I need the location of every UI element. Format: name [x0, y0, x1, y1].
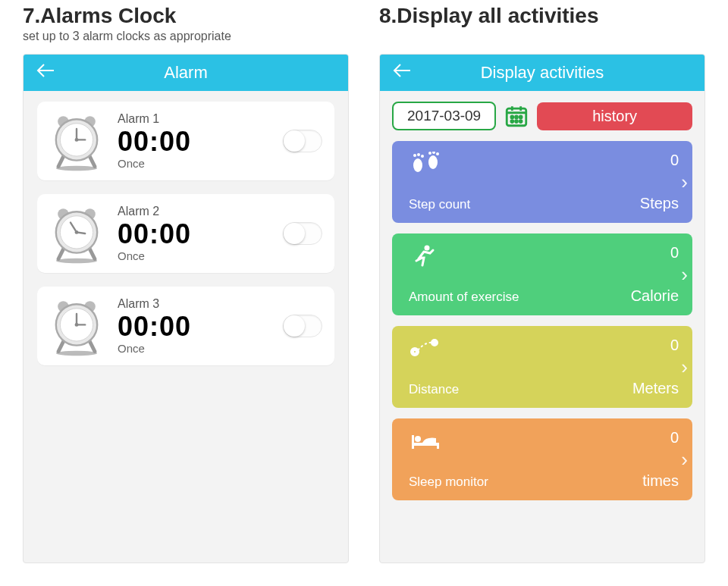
activity-card-sleep[interactable]: Sleep monitor 0 times › [392, 418, 692, 500]
column-alarms: 7.Alarms Clock set up to 3 alarm clocks … [23, 4, 349, 563]
svg-point-35 [428, 155, 438, 169]
alarm-freq: Once [118, 342, 272, 355]
activity-unit: times [642, 472, 679, 490]
svg-point-37 [432, 152, 435, 154]
alarm-info: Alarm 3 00:00 Once [118, 297, 272, 356]
activity-value: 0 [670, 337, 679, 354]
activity-label: Step count [409, 197, 470, 212]
alarm-appbar: Alarm [24, 55, 348, 91]
svg-point-26 [516, 116, 518, 118]
alarm-freq: Once [118, 157, 272, 170]
sleep-icon [409, 429, 442, 452]
alarm-freq: Once [118, 249, 272, 262]
svg-rect-44 [437, 443, 439, 449]
alarm-card[interactable]: Alarm 1 00:00 Once [37, 102, 334, 180]
activity-card-steps[interactable]: Step count 0 Steps › [392, 141, 692, 223]
appbar-title: Display activities [380, 63, 704, 83]
svg-rect-42 [412, 443, 439, 446]
activity-unit: Steps [640, 195, 679, 212]
alarm-info: Alarm 1 00:00 Once [118, 112, 272, 171]
alarm-card[interactable]: Alarm 2 00:00 Once [37, 194, 334, 273]
alarm-info: Alarm 2 00:00 Once [118, 205, 272, 263]
svg-point-29 [516, 121, 518, 123]
column-activities: 8.Display all activities Display activit… [379, 4, 705, 563]
chevron-right-icon: › [681, 356, 688, 379]
svg-point-30 [519, 121, 522, 123]
alarm-toggle[interactable] [283, 315, 322, 337]
alarm-card[interactable]: Alarm 3 00:00 Once [37, 287, 334, 365]
alarm-clock-icon [46, 111, 107, 171]
svg-point-28 [511, 121, 513, 123]
history-button[interactable]: history [537, 102, 692, 130]
svg-point-7 [75, 138, 79, 142]
section-title: 8.Display all activities [379, 4, 705, 28]
running-icon [409, 244, 442, 267]
alarm-list: Alarm 1 00:00 Once Ala [24, 91, 348, 376]
section-title: 7.Alarms Clock [23, 4, 349, 28]
activity-unit: Calorie [631, 287, 679, 305]
svg-point-0 [56, 166, 97, 171]
activity-value: 0 [670, 152, 679, 169]
alarm-phone: Alarm Alarm 1 00:00 Once [23, 54, 349, 563]
activity-label: Amount of exercise [409, 290, 519, 305]
activity-value: 0 [670, 429, 679, 447]
svg-point-16 [56, 351, 97, 356]
back-icon[interactable] [392, 62, 412, 83]
section-subtitle [379, 30, 705, 43]
activity-label: Distance [409, 382, 459, 397]
chevron-right-icon: › [681, 263, 688, 287]
date-picker[interactable]: 2017-03-09 [392, 102, 496, 130]
svg-point-41 [413, 350, 416, 353]
alarm-time: 00:00 [118, 220, 272, 249]
footprints-icon [409, 152, 442, 174]
svg-rect-43 [412, 435, 414, 449]
svg-point-23 [75, 323, 79, 327]
activity-label: Sleep monitor [409, 475, 488, 490]
svg-point-33 [417, 153, 420, 156]
svg-point-45 [415, 436, 421, 442]
alarm-time: 00:00 [118, 312, 272, 341]
svg-point-38 [436, 152, 439, 155]
distance-icon [409, 337, 442, 359]
alarm-time: 00:00 [118, 127, 272, 156]
section-subtitle: set up to 3 alarm clocks as appropriate [23, 30, 349, 43]
svg-point-31 [413, 158, 422, 172]
svg-point-27 [519, 116, 522, 118]
activity-card-exercise[interactable]: Amount of exercise 0 Calorie › [392, 233, 692, 315]
appbar-title: Alarm [24, 63, 348, 83]
svg-point-25 [511, 116, 513, 118]
chevron-right-icon: › [681, 171, 688, 194]
alarm-name: Alarm 3 [118, 297, 272, 311]
activities-phone: Display activities 2017-03-09 history [379, 54, 705, 563]
alarm-toggle[interactable] [283, 222, 322, 245]
svg-point-15 [75, 230, 79, 234]
svg-point-8 [56, 259, 97, 263]
activities-appbar: Display activities [380, 55, 704, 91]
calendar-icon[interactable] [504, 103, 529, 129]
activity-unit: Meters [632, 380, 679, 397]
activity-card-distance[interactable]: Distance 0 Meters › [392, 326, 692, 408]
alarm-clock-icon [46, 203, 107, 264]
alarm-clock-icon [46, 296, 107, 356]
alarm-name: Alarm 2 [118, 205, 272, 218]
svg-point-32 [413, 154, 416, 157]
alarm-name: Alarm 1 [118, 112, 272, 126]
date-row: 2017-03-09 history [392, 102, 692, 130]
chevron-right-icon: › [681, 448, 688, 472]
svg-point-36 [428, 152, 431, 155]
activity-value: 0 [670, 244, 679, 262]
back-icon[interactable] [36, 62, 55, 83]
svg-point-39 [425, 246, 430, 251]
svg-point-34 [421, 155, 424, 158]
activities-body: 2017-03-09 history Step count 0 [380, 91, 704, 511]
alarm-toggle[interactable] [283, 130, 322, 152]
